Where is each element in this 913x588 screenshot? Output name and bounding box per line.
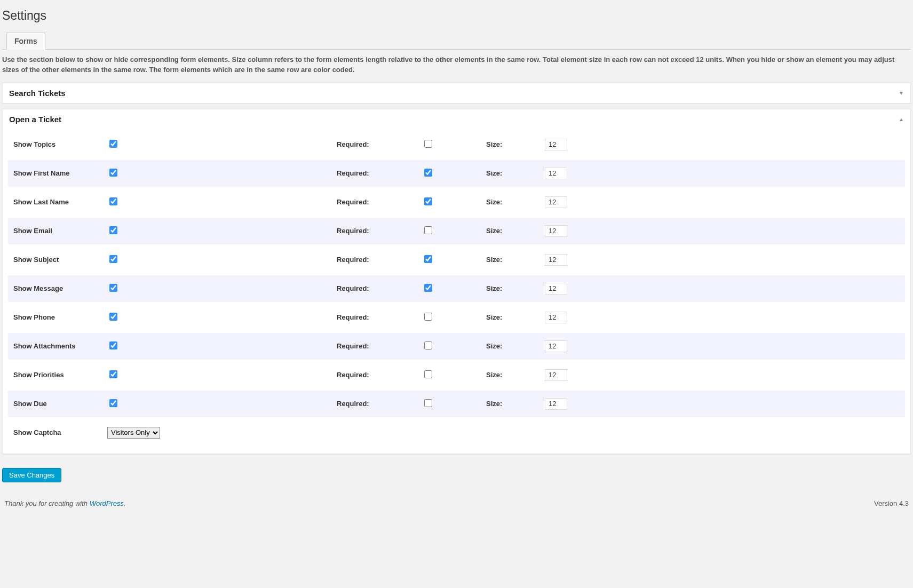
required-checkbox-last-name[interactable] [424, 197, 432, 205]
required-label: Required: [337, 313, 422, 321]
field-label-due: Show Due [11, 400, 107, 408]
size-input-topics[interactable] [545, 139, 567, 150]
section-search-tickets-toggle[interactable]: Search Tickets ▼ [3, 83, 910, 103]
required-label: Required: [337, 140, 422, 148]
show-checkbox-priorities[interactable] [109, 370, 117, 378]
form-row-phone: Show PhoneRequired:Size: [8, 304, 905, 331]
section-open-ticket-toggle[interactable]: Open a Ticket ▲ [3, 109, 910, 129]
required-label: Required: [337, 342, 422, 350]
size-label: Size: [486, 227, 545, 235]
size-input-attachments[interactable] [545, 340, 567, 352]
footer-thanks-suffix: . [124, 499, 126, 507]
size-label: Size: [486, 400, 545, 408]
size-input-last-name[interactable] [545, 196, 567, 208]
required-checkbox-phone[interactable] [424, 313, 432, 321]
form-row-first-name: Show First NameRequired:Size: [8, 160, 905, 187]
show-checkbox-attachments[interactable] [109, 341, 117, 349]
section-search-tickets: Search Tickets ▼ [2, 83, 911, 104]
chevron-down-icon: ▼ [892, 90, 910, 96]
save-button[interactable]: Save Changes [2, 468, 61, 482]
field-label-priorities: Show Priorities [11, 371, 107, 379]
required-label: Required: [337, 284, 422, 292]
size-label: Size: [486, 198, 545, 206]
field-label-captcha: Show Captcha [11, 428, 107, 436]
form-row-message: Show MessageRequired:Size: [8, 275, 905, 302]
required-label: Required: [337, 198, 422, 206]
form-row-subject: Show SubjectRequired:Size: [8, 247, 905, 273]
section-search-tickets-title: Search Tickets [3, 83, 72, 103]
required-checkbox-due[interactable] [424, 399, 432, 407]
admin-footer: Thank you for creating with WordPress. V… [2, 488, 911, 514]
required-label: Required: [337, 227, 422, 235]
required-checkbox-subject[interactable] [424, 255, 432, 263]
required-label: Required: [337, 400, 422, 408]
size-label: Size: [486, 284, 545, 292]
required-label: Required: [337, 371, 422, 379]
required-checkbox-attachments[interactable] [424, 341, 432, 349]
size-input-phone[interactable] [545, 312, 567, 323]
field-label-message: Show Message [11, 284, 107, 292]
size-label: Size: [486, 140, 545, 148]
required-checkbox-topics[interactable] [424, 140, 432, 148]
size-input-email[interactable] [545, 225, 567, 237]
form-row-email: Show EmailRequired:Size: [8, 218, 905, 244]
field-label-attachments: Show Attachments [11, 342, 107, 350]
footer-wordpress-link[interactable]: WordPress [90, 499, 124, 507]
section-open-ticket: Open a Ticket ▲ Show TopicsRequired:Size… [2, 109, 911, 454]
required-label: Required: [337, 169, 422, 177]
section-open-ticket-title: Open a Ticket [3, 109, 68, 129]
field-label-last-name: Show Last Name [11, 198, 107, 206]
form-row-attachments: Show AttachmentsRequired:Size: [8, 333, 905, 360]
required-checkbox-email[interactable] [424, 226, 432, 234]
page-title: Settings [2, 4, 911, 25]
required-checkbox-message[interactable] [424, 284, 432, 292]
size-label: Size: [486, 256, 545, 264]
field-label-first-name: Show First Name [11, 169, 107, 177]
chevron-up-icon: ▲ [892, 116, 910, 122]
show-checkbox-phone[interactable] [109, 313, 117, 321]
form-row-topics: Show TopicsRequired:Size: [8, 131, 905, 158]
size-input-message[interactable] [545, 283, 567, 295]
show-checkbox-message[interactable] [109, 284, 117, 292]
form-row-last-name: Show Last NameRequired:Size: [8, 189, 905, 216]
size-input-priorities[interactable] [545, 369, 567, 381]
footer-version: Version 4.3 [874, 499, 909, 507]
form-row-priorities: Show PrioritiesRequired:Size: [8, 362, 905, 388]
form-row-due: Show DueRequired:Size: [8, 391, 905, 417]
show-checkbox-last-name[interactable] [109, 197, 117, 205]
show-checkbox-subject[interactable] [109, 255, 117, 263]
size-label: Size: [486, 313, 545, 321]
show-checkbox-first-name[interactable] [109, 169, 117, 177]
field-label-topics: Show Topics [11, 140, 107, 148]
tab-description: Use the section below to show or hide co… [2, 55, 911, 75]
size-label: Size: [486, 169, 545, 177]
captcha-select[interactable]: Visitors Only [107, 427, 160, 439]
show-checkbox-due[interactable] [109, 399, 117, 407]
size-input-first-name[interactable] [545, 168, 567, 179]
required-checkbox-first-name[interactable] [424, 169, 432, 177]
show-checkbox-email[interactable] [109, 226, 117, 234]
required-checkbox-priorities[interactable] [424, 370, 432, 378]
field-label-phone: Show Phone [11, 313, 107, 321]
required-label: Required: [337, 256, 422, 264]
size-input-due[interactable] [545, 398, 567, 410]
tab-forms[interactable]: Forms [6, 33, 45, 50]
size-input-subject[interactable] [545, 254, 567, 266]
field-label-subject: Show Subject [11, 256, 107, 264]
tab-bar: Forms [2, 33, 911, 50]
size-label: Size: [486, 342, 545, 350]
size-label: Size: [486, 371, 545, 379]
field-label-email: Show Email [11, 227, 107, 235]
show-checkbox-topics[interactable] [109, 140, 117, 148]
footer-thanks-prefix: Thank you for creating with [4, 499, 90, 507]
form-row-captcha: Show CaptchaVisitors Only [8, 419, 905, 446]
